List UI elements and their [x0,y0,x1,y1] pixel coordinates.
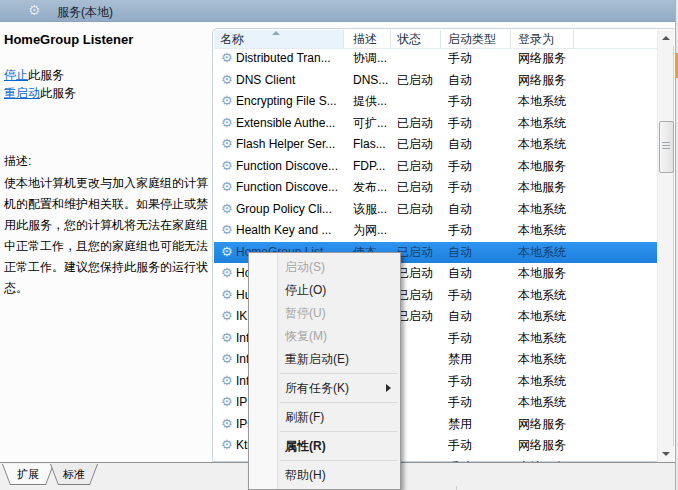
service-row[interactable]: ⚙Encrypting File S...提供...手动本地系统 [214,91,657,113]
service-startup-type: 自动 [448,263,510,285]
service-row[interactable]: ⚙Group Policy Cli...该服...已启动自动本地系统 [214,199,657,221]
stop-service-suffix: 此服务 [28,68,64,82]
service-startup-type: 手动 [448,328,510,350]
service-logon-as: 本地系统 [518,371,608,393]
service-startup-type: 自动 [448,199,510,221]
service-gear-icon: ⚙ [221,70,233,92]
service-gear-icon: ⚙ [221,242,233,264]
service-status [397,91,441,113]
service-logon-as: 本地系统 [518,220,608,242]
service-status: 已启动 [397,177,441,199]
service-gear-icon: ⚙ [221,392,233,414]
service-gear-icon: ⚙ [221,199,233,221]
service-startup-type: 手动 [448,285,510,307]
service-description: 协调... [353,48,391,70]
column-header-filler [574,30,657,48]
console-title: 服务(本地) [57,4,113,21]
service-name: Distributed Tran... [236,48,344,70]
list-column-header: 名称 描述 状态 启动类型 登录为 [214,30,657,49]
service-description: 可扩... [353,113,391,135]
service-row[interactable]: ⚙Function Discove...发布...已启动手动本地服务 [214,177,657,199]
menu-item-stop[interactable]: 停止(O) [249,279,400,302]
service-gear-icon: ⚙ [221,414,233,436]
service-logon-as: 网络服务 [518,48,608,70]
tab-standard[interactable]: 标准 [50,464,98,485]
service-startup-type: 手动 [448,177,510,199]
service-logon-as: 本地系统 [518,91,608,113]
service-logon-as: 网络服务 [518,70,608,92]
service-logon-as: 本地系统 [518,285,608,307]
service-status: 已启动 [397,263,441,285]
services-console-window: ⚙ 服务(本地) HomeGroup Listener 停止此服务 重启动此服务… [0,0,678,490]
service-gear-icon: ⚙ [221,349,233,371]
menu-item-pause: 暂停(U) [249,302,400,325]
service-row[interactable]: ⚙Function Discove...FDP...已启动手动本地服务 [214,156,657,178]
stop-service-link[interactable]: 停止 [4,68,28,82]
service-name: Function Discove... [236,177,344,199]
service-row[interactable]: ⚙Distributed Tran...协调...手动网络服务 [214,48,657,70]
service-gear-icon: ⚙ [221,285,233,307]
service-gear-icon: ⚙ [221,177,233,199]
service-gear-icon: ⚙ [221,113,233,135]
service-description: Flas... [353,134,391,156]
scroll-up-button[interactable] [658,30,674,46]
menu-item-refresh[interactable]: 刷新(F) [249,406,400,429]
service-status [397,435,441,457]
column-header-status[interactable]: 状态 [391,30,441,48]
stop-service-line: 停止此服务 [4,67,64,84]
statusbar-separator [456,486,457,490]
service-status: 已启动 [397,242,441,264]
service-logon-as: 本地系统 [518,392,608,414]
menu-item-all-tasks[interactable]: 所有任务(K) [249,377,400,400]
menu-item-restart[interactable]: 重新启动(E) [249,348,400,371]
service-description: 为网... [353,220,391,242]
service-startup-type: 手动 [448,48,510,70]
service-status [397,349,441,371]
service-description: FDP... [353,156,391,178]
scroll-down-button[interactable] [658,446,674,462]
service-name: Health Key and ... [236,220,344,242]
service-row[interactable]: ⚙Health Key and ...为网...手动本地系统 [214,220,657,242]
service-startup-type: 自动 [448,242,510,264]
scrollbar-thumb[interactable] [659,121,674,173]
vertical-scrollbar[interactable] [657,30,673,462]
service-gear-icon: ⚙ [221,91,233,113]
service-startup-type: 自动 [448,134,510,156]
service-context-menu: 启动(S)停止(O)暂停(U)恢复(M)重新启动(E)所有任务(K)刷新(F)属… [248,252,401,490]
service-startup-type: 手动 [448,113,510,135]
service-status [397,392,441,414]
selected-service-title: HomeGroup Listener [4,32,133,47]
service-startup-type: 禁用 [448,414,510,436]
column-header-logon-as[interactable]: 登录为 [511,30,574,48]
tab-extended[interactable]: 扩展 [2,464,54,485]
column-header-description[interactable]: 描述 [344,30,391,48]
service-logon-as: 本地服务 [518,177,608,199]
service-row[interactable]: ⚙Extensible Authe...可扩...已启动手动本地系统 [214,113,657,135]
service-gear-icon: ⚙ [221,328,233,350]
service-status: 已启动 [397,134,441,156]
service-name: Extensible Authe... [236,113,344,135]
restart-service-line: 重启动此服务 [4,85,76,102]
service-row[interactable]: ⚙Flash Helper Ser...Flas...已启动自动本地系统 [214,134,657,156]
service-status [397,371,441,393]
service-startup-type: 自动 [448,70,510,92]
column-header-startup-type[interactable]: 启动类型 [441,30,511,48]
service-status [397,220,441,242]
service-gear-icon: ⚙ [221,371,233,393]
service-row[interactable]: ⚙DNS ClientDNS...已启动自动网络服务 [214,70,657,92]
service-description: 提供... [353,91,391,113]
service-logon-as: 本地系统 [518,113,608,135]
menu-item-start: 启动(S) [249,256,400,279]
restart-service-link[interactable]: 重启动 [4,86,40,100]
menu-item-help[interactable]: 帮助(H) [249,464,400,487]
service-logon-as: 本地系统 [518,306,608,328]
service-logon-as: 本地系统 [518,134,608,156]
service-gear-icon: ⚙ [221,156,233,178]
service-startup-type: 禁用 [448,349,510,371]
menu-item-properties[interactable]: 属性(R) [249,435,400,458]
service-startup-type: 自动 [448,306,510,328]
service-logon-as: 本地系统 [518,199,608,221]
service-gear-icon: ⚙ [221,306,233,328]
service-description: 该服... [353,199,391,221]
tab-standard-label: 标准 [51,464,97,484]
